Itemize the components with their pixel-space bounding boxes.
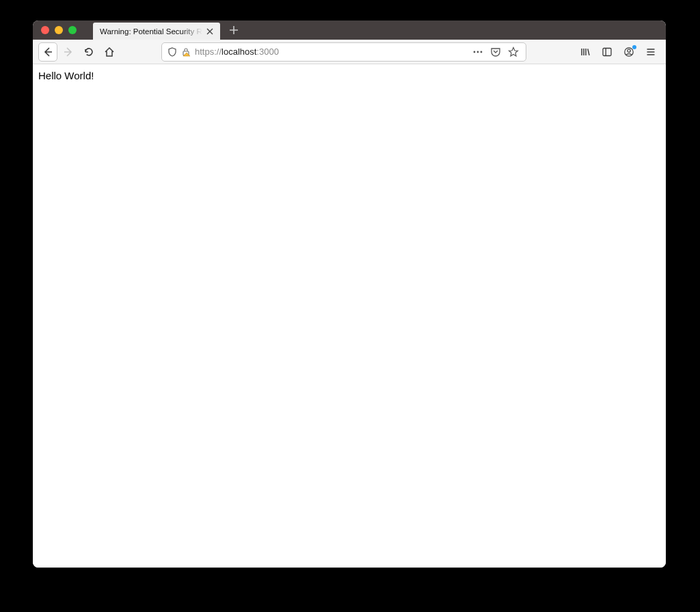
tab-title: Warning: Potential Security Risk Ahead bbox=[100, 27, 202, 36]
pocket-button[interactable] bbox=[490, 46, 501, 57]
profile-icon bbox=[623, 46, 634, 57]
window-zoom-button[interactable] bbox=[68, 26, 77, 34]
library-button[interactable] bbox=[576, 42, 595, 62]
forward-button[interactable] bbox=[59, 42, 78, 62]
url-text: https://localhost:3000 bbox=[195, 46, 279, 57]
page-actions bbox=[472, 46, 522, 57]
arrow-right-icon bbox=[63, 46, 74, 57]
svg-point-1 bbox=[474, 51, 476, 53]
url-host: localhost bbox=[221, 46, 256, 57]
address-bar[interactable]: https://localhost:3000 bbox=[161, 42, 526, 62]
shield-icon bbox=[167, 47, 177, 57]
url-scheme: https:// bbox=[195, 46, 221, 57]
sidebar-icon bbox=[602, 46, 612, 57]
navigation-toolbar: https://localhost:3000 bbox=[33, 40, 666, 64]
app-menu-button[interactable] bbox=[641, 42, 660, 62]
new-tab-button[interactable] bbox=[224, 21, 243, 40]
tab-close-button[interactable] bbox=[206, 28, 216, 35]
arrow-left-icon bbox=[42, 46, 53, 57]
reload-icon bbox=[83, 46, 94, 57]
star-icon bbox=[508, 46, 519, 57]
back-button[interactable] bbox=[38, 42, 57, 62]
svg-rect-4 bbox=[603, 48, 611, 55]
window-controls bbox=[38, 26, 81, 34]
toolbar-right bbox=[576, 42, 660, 62]
url-port: :3000 bbox=[256, 46, 279, 57]
close-icon bbox=[206, 28, 213, 35]
account-button[interactable] bbox=[619, 42, 638, 62]
library-icon bbox=[580, 46, 591, 57]
window-minimize-button[interactable] bbox=[55, 26, 63, 34]
page-viewport: Hello World! bbox=[33, 64, 666, 568]
page-body-text: Hello World! bbox=[38, 70, 94, 81]
home-button[interactable] bbox=[100, 42, 119, 62]
reload-button[interactable] bbox=[79, 42, 98, 62]
window-close-button[interactable] bbox=[41, 26, 49, 34]
sidebars-button[interactable] bbox=[597, 42, 617, 62]
svg-point-7 bbox=[628, 49, 630, 52]
hamburger-icon bbox=[645, 46, 656, 57]
svg-point-2 bbox=[477, 51, 479, 53]
site-identity[interactable] bbox=[166, 47, 195, 57]
browser-window: Warning: Potential Security Risk Ahead bbox=[33, 21, 666, 568]
tab-strip: Warning: Potential Security Risk Ahead bbox=[33, 21, 666, 40]
bookmark-button[interactable] bbox=[508, 46, 519, 57]
svg-point-3 bbox=[481, 51, 483, 53]
pocket-icon bbox=[490, 46, 501, 57]
home-icon bbox=[104, 46, 115, 57]
page-actions-overflow-button[interactable] bbox=[472, 46, 483, 57]
browser-tab[interactable]: Warning: Potential Security Risk Ahead bbox=[93, 23, 220, 40]
ellipsis-icon bbox=[472, 46, 483, 57]
plus-icon bbox=[229, 25, 239, 35]
lock-warning-icon bbox=[181, 47, 191, 57]
